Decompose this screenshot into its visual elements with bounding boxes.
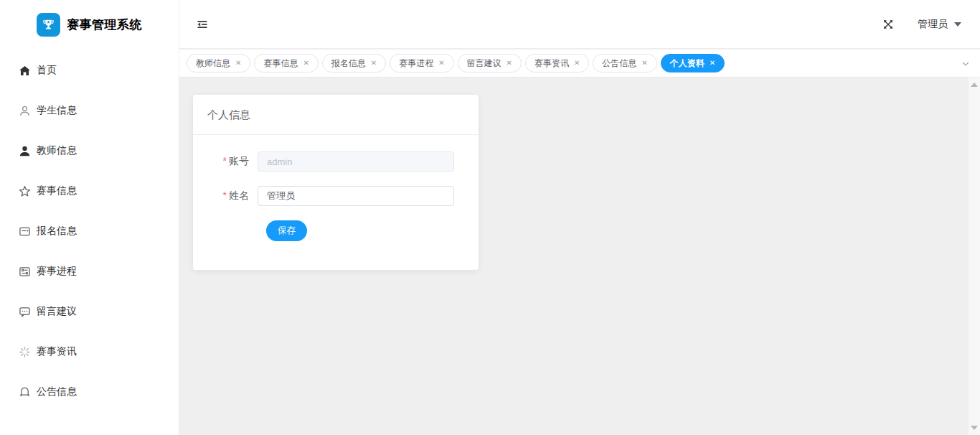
app-title: 赛事管理系统 [67,17,142,33]
sidebar-item-teacher-info[interactable]: 教师信息 [0,131,179,171]
username: 管理员 [918,18,948,31]
registration-icon [18,225,31,238]
progress-icon [18,265,31,278]
tab-close-icon[interactable] [641,60,647,67]
star-icon [18,184,31,197]
trophy-logo-icon [37,13,60,37]
sidebar-fold-icon[interactable] [195,17,209,32]
profile-card: 个人信息 *账号 *姓名 保存 [193,95,479,270]
account-field-row: *账号 [193,151,464,172]
tab-teacher-info[interactable]: 教师信息 [187,54,250,72]
tab-competition-news[interactable]: 赛事资讯 [525,54,589,72]
save-button[interactable]: 保存 [266,220,307,241]
profile-form: *账号 *姓名 保存 [193,135,479,270]
scroll-down-icon[interactable] [971,426,978,430]
bell-icon [18,385,31,398]
sidebar-item-home[interactable]: 首页 [0,50,179,90]
app-screen: 赛事管理系统 首页 学生信息 [0,0,980,435]
topbar: 管理员 [179,0,980,49]
fullscreen-icon[interactable] [882,18,895,31]
sidebar-item-registration-info[interactable]: 报名信息 [0,211,179,251]
name-input[interactable] [258,186,454,206]
tab-close-icon[interactable] [371,60,377,67]
sidebar: 赛事管理系统 首页 学生信息 [0,0,179,435]
sidebar-item-announcement-info[interactable]: 公告信息 [0,372,179,412]
account-label: *账号 [193,155,258,168]
tabs-chevron-down-icon[interactable] [957,50,974,78]
required-marker: * [223,155,227,167]
required-marker: * [223,190,227,201]
tab-competition-info[interactable]: 赛事信息 [254,54,318,72]
account-input[interactable] [258,151,454,172]
student-icon [18,104,31,117]
content-scrollbar[interactable] [968,78,980,435]
tabs: 教师信息 赛事信息 报名信息 赛事进程 留言建议 赛事资讯 [187,54,956,72]
tab-close-icon[interactable] [438,60,444,67]
tab-close-icon[interactable] [574,60,580,67]
sidebar-item-message-suggestion[interactable]: 留言建议 [0,291,179,332]
news-icon [18,345,31,358]
home-icon [18,64,31,77]
tabbar: 教师信息 赛事信息 报名信息 赛事进程 留言建议 赛事资讯 [179,50,980,78]
teacher-icon [18,144,31,157]
sidebar-item-student-info[interactable]: 学生信息 [0,90,179,131]
tab-registration-info[interactable]: 报名信息 [322,54,386,72]
tab-close-icon[interactable] [303,60,308,67]
sidebar-item-competition-progress[interactable]: 赛事进程 [0,251,179,291]
tab-close-icon[interactable] [507,60,512,67]
name-field-row: *姓名 [193,186,464,206]
sidebar-item-competition-info[interactable]: 赛事信息 [0,171,179,211]
sidebar-item-competition-news[interactable]: 赛事资讯 [0,332,179,372]
tab-close-icon[interactable] [710,60,715,67]
sidebar-menu: 首页 学生信息 教师信息 [0,49,179,412]
scroll-up-icon[interactable] [971,83,978,87]
tab-announcement-info[interactable]: 公告信息 [593,54,656,72]
tab-close-icon[interactable] [235,60,241,67]
card-title: 个人信息 [193,95,479,135]
content-area: 个人信息 *账号 *姓名 保存 [179,78,980,435]
tab-personal-profile[interactable]: 个人资料 [661,54,725,72]
button-row: 保存 [266,220,464,241]
caret-down-icon [954,22,961,27]
user-dropdown[interactable]: 管理员 [918,18,961,31]
message-icon [18,305,31,318]
name-label: *姓名 [193,190,258,202]
tab-competition-progress[interactable]: 赛事进程 [390,54,453,72]
logo-row: 赛事管理系统 [0,0,179,49]
tab-message-suggestion[interactable]: 留言建议 [458,54,522,72]
topbar-right: 管理员 [882,18,961,31]
